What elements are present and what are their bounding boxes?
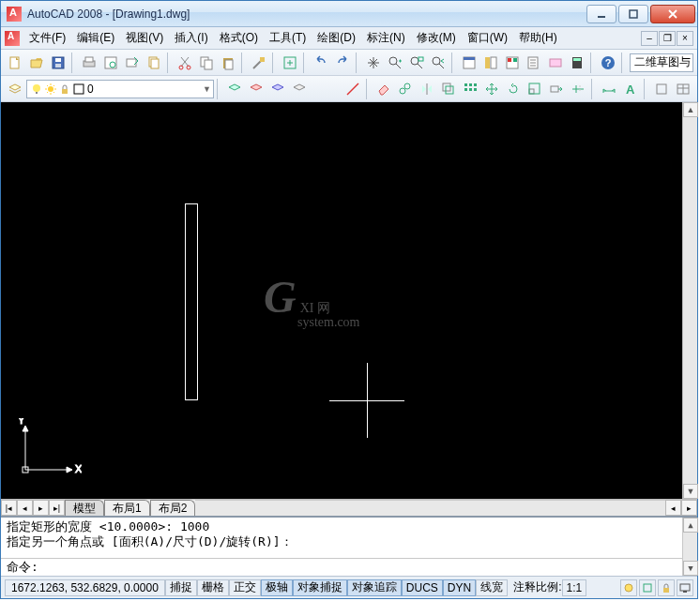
- plot-preview-icon[interactable]: [100, 53, 121, 73]
- mirror-icon[interactable]: [417, 79, 437, 99]
- toggle-otrack[interactable]: 对象追踪: [347, 579, 402, 596]
- scroll-up-icon[interactable]: ▲: [683, 102, 698, 117]
- menu-modify[interactable]: 修改(M): [411, 28, 462, 48]
- markup-icon[interactable]: [545, 53, 566, 73]
- move-icon[interactable]: [481, 79, 502, 99]
- text-icon[interactable]: A: [620, 79, 641, 99]
- tab-first-icon[interactable]: |◂: [1, 500, 17, 516]
- close-button[interactable]: [650, 5, 695, 23]
- layer-previous-icon[interactable]: [224, 79, 245, 99]
- erase-icon[interactable]: [373, 79, 394, 99]
- block-icon[interactable]: [651, 79, 672, 99]
- zoom-window-icon[interactable]: [406, 53, 427, 73]
- menu-dimension[interactable]: 标注(N): [361, 28, 411, 48]
- stretch-icon[interactable]: [546, 79, 567, 99]
- toggle-osnap[interactable]: 对象捕捉: [293, 579, 347, 596]
- publish-icon[interactable]: [122, 53, 143, 73]
- toggle-snap[interactable]: 捕捉: [165, 579, 197, 596]
- paste-icon[interactable]: [218, 53, 238, 73]
- plot-icon[interactable]: [79, 53, 99, 73]
- menu-insert[interactable]: 插入(I): [169, 28, 213, 48]
- toggle-ducs[interactable]: DUCS: [402, 579, 443, 596]
- scroll-down-icon[interactable]: ▼: [683, 484, 698, 499]
- sheet-set-icon[interactable]: [144, 53, 164, 73]
- cut-icon[interactable]: [175, 53, 195, 73]
- help-icon[interactable]: ?: [598, 53, 618, 73]
- coordinates-readout[interactable]: 1672.1263, 532.6829, 0.0000: [5, 579, 165, 596]
- redo-icon[interactable]: [332, 53, 353, 73]
- drawing-rectangle[interactable]: [185, 203, 198, 400]
- trim-icon[interactable]: [568, 79, 588, 99]
- menu-view[interactable]: 视图(V): [120, 28, 169, 48]
- tool-palettes-icon[interactable]: [502, 53, 523, 73]
- tab-model[interactable]: 模型: [65, 500, 104, 516]
- toggle-grid[interactable]: 栅格: [197, 579, 229, 596]
- maximize-button[interactable]: [618, 5, 648, 23]
- layer-combo[interactable]: 0 ▼: [26, 80, 214, 98]
- tab-last-icon[interactable]: ▸|: [49, 500, 65, 516]
- tab-prev-icon[interactable]: ◂: [17, 500, 33, 516]
- anno-visibility-icon[interactable]: [620, 579, 637, 596]
- menu-format[interactable]: 格式(O): [214, 28, 264, 48]
- mdi-close[interactable]: ×: [677, 31, 693, 46]
- command-scrollbar[interactable]: ▲ ▼: [682, 518, 697, 576]
- menu-file[interactable]: 文件(F): [23, 28, 71, 48]
- scroll-down-icon[interactable]: ▼: [683, 561, 698, 576]
- save-icon[interactable]: [48, 53, 68, 73]
- layer-props-icon[interactable]: [5, 79, 25, 99]
- properties-icon[interactable]: [459, 53, 479, 73]
- toggle-polar[interactable]: 极轴: [261, 579, 293, 596]
- command-input[interactable]: 命令:: [1, 559, 682, 576]
- lock-ui-icon[interactable]: [658, 579, 675, 596]
- quickcalc-icon[interactable]: [567, 53, 587, 73]
- line-icon[interactable]: [342, 79, 363, 99]
- match-prop-icon[interactable]: [249, 53, 269, 73]
- clean-screen-icon[interactable]: [677, 579, 693, 596]
- anno-autoscale-icon[interactable]: [639, 579, 656, 596]
- copy-icon[interactable]: [196, 53, 217, 73]
- toggle-dyn[interactable]: DYN: [443, 579, 476, 596]
- toggle-ortho[interactable]: 正交: [229, 579, 261, 596]
- undo-icon[interactable]: [311, 53, 331, 73]
- menu-tools[interactable]: 工具(T): [264, 28, 312, 48]
- copy-obj-icon[interactable]: [395, 79, 416, 99]
- zoom-realtime-icon[interactable]: [385, 53, 405, 73]
- scale-icon[interactable]: [525, 79, 545, 99]
- menu-edit[interactable]: 编辑(E): [71, 28, 120, 48]
- mdi-minimize[interactable]: –: [641, 31, 658, 46]
- mdi-restore[interactable]: ❐: [659, 31, 676, 46]
- hscroll-right-icon[interactable]: ▸: [681, 500, 697, 516]
- rotate-icon[interactable]: [503, 79, 524, 99]
- open-icon[interactable]: [26, 53, 47, 73]
- pan-icon[interactable]: [363, 53, 384, 73]
- minimize-button[interactable]: [586, 5, 616, 23]
- dim-linear-icon[interactable]: [599, 79, 619, 99]
- design-center-icon[interactable]: [480, 53, 501, 73]
- layer-state-icon[interactable]: [246, 79, 266, 99]
- svg-rect-18: [225, 60, 233, 69]
- tab-next-icon[interactable]: ▸: [33, 500, 49, 516]
- horizontal-scrollbar[interactable]: [195, 500, 665, 516]
- offset-icon[interactable]: [438, 79, 459, 99]
- array-icon[interactable]: [460, 79, 480, 99]
- workspace-combo[interactable]: 二维草图与: [630, 53, 693, 72]
- zoom-previous-icon[interactable]: [428, 53, 449, 73]
- hscroll-left-icon[interactable]: ◂: [665, 500, 681, 516]
- block-editor-icon[interactable]: [280, 53, 300, 73]
- toggle-lwt[interactable]: 线宽: [476, 579, 508, 596]
- sheet-set-mgr-icon[interactable]: [524, 53, 544, 73]
- vertical-scrollbar[interactable]: ▲ ▼: [682, 102, 697, 499]
- menu-help[interactable]: 帮助(H): [513, 28, 563, 48]
- table-icon[interactable]: [673, 79, 693, 99]
- scroll-up-icon[interactable]: ▲: [683, 518, 698, 533]
- drawing-area[interactable]: GXI 网 system.com X Y: [1, 102, 697, 499]
- tab-layout2[interactable]: 布局2: [150, 500, 196, 516]
- tab-layout1[interactable]: 布局1: [104, 500, 150, 516]
- new-icon[interactable]: [5, 53, 25, 73]
- menu-window[interactable]: 窗口(W): [462, 28, 513, 48]
- layer-freeze-icon[interactable]: [289, 79, 310, 99]
- command-history[interactable]: 指定矩形的宽度 <10.0000>: 1000 指定另一个角点或 [面积(A)/…: [1, 518, 682, 559]
- layer-iso-icon[interactable]: [267, 79, 288, 99]
- anno-scale-combo[interactable]: 1:1: [562, 579, 587, 596]
- menu-draw[interactable]: 绘图(D): [312, 28, 361, 48]
